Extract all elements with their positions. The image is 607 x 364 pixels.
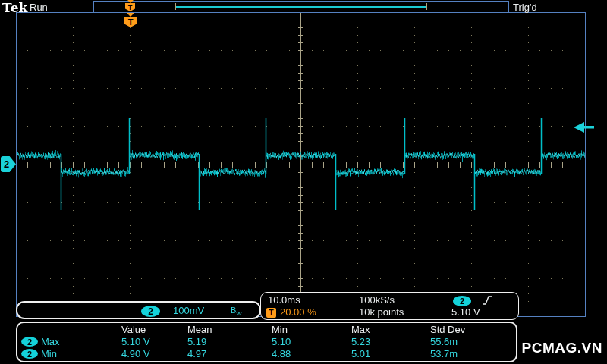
col-header-stddev: Std Dev	[430, 325, 465, 335]
trigger-flag-tip-icon	[127, 13, 134, 17]
record-trigger-position-icon: T	[125, 0, 135, 11]
tek-logo: Tek	[2, 0, 27, 15]
channel-scale: 100mV	[173, 306, 204, 316]
col-header-max: Max	[351, 325, 370, 335]
trigger-position-icon: T	[266, 308, 276, 318]
measurement-min: 4.88	[272, 349, 291, 359]
trigger-level-arrow-icon	[574, 122, 596, 136]
trigger-source-badge: 2	[453, 296, 471, 306]
measurement-min: 5.10	[272, 337, 291, 347]
measurement-label: Min	[41, 349, 57, 359]
trigger-position-percent: 20.00 %	[280, 307, 316, 318]
channel-2-badge: 2	[141, 306, 160, 317]
record-length: 10k points	[359, 307, 404, 318]
trigger-position-marker-icon: T	[124, 13, 137, 27]
col-header-mean: Mean	[187, 325, 212, 335]
time-per-division: 10.0ms	[268, 295, 300, 306]
measurement-max: 5.01	[351, 349, 370, 359]
channel-readout-box: 2 100mV BW	[16, 301, 261, 319]
window-bracket-right	[426, 3, 427, 10]
bandwidth-limit-icon: BW	[231, 306, 242, 317]
trigger-flag-tip-icon	[127, 0, 134, 3]
measurement-value: 4.90 V	[121, 349, 150, 359]
measurement-stddev: 53.7m	[430, 349, 458, 359]
window-bracket-left	[175, 3, 176, 10]
measurement-mean: 4.97	[187, 349, 206, 359]
acquisition-status: Run	[30, 2, 48, 13]
col-header-min: Min	[272, 325, 288, 335]
measurement-mean: 5.19	[187, 337, 206, 347]
trigger-status: Trig'd	[513, 2, 537, 13]
measurement-table: Value Mean Min Max Std Dev 2 Max 5.10 V …	[16, 322, 517, 362]
record-window-line	[176, 6, 426, 8]
measurement-stddev: 55.6m	[430, 337, 458, 347]
measurement-label: Max	[41, 337, 60, 347]
channel-2-badge: 2	[21, 349, 38, 359]
col-header-value: Value	[121, 325, 146, 335]
sample-rate: 100kS/s	[359, 295, 395, 306]
measurement-value: 5.10 V	[121, 337, 150, 347]
pcmag-watermark: PCMAG.VN	[522, 340, 602, 356]
acquisition-record-bar	[93, 1, 509, 13]
channel-2-badge: 2	[21, 337, 38, 347]
trigger-slope-rising-icon	[483, 295, 492, 309]
horizontal-trigger-readout-box: 10.0ms 100kS/s 2 T 20.00 % 10k points 5.…	[260, 292, 519, 320]
trigger-level: 5.10 V	[451, 307, 480, 318]
measurement-max: 5.23	[351, 337, 370, 347]
